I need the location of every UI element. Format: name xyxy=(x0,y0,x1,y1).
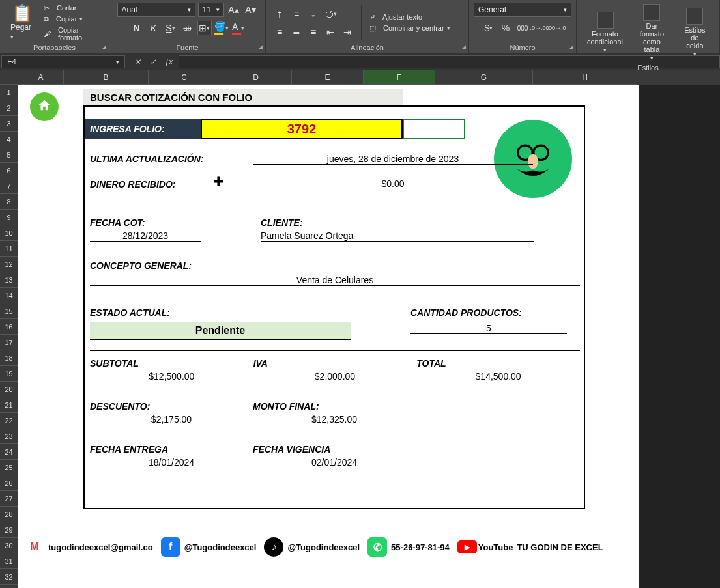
row-header[interactable]: 11 xyxy=(0,241,18,257)
font-size-select[interactable]: 11▾ xyxy=(198,3,224,17)
increase-font-icon[interactable]: A▴ xyxy=(227,3,241,17)
row-header[interactable]: 32 xyxy=(0,569,18,585)
row-header[interactable]: 5 xyxy=(0,147,18,163)
row-header[interactable]: 20 xyxy=(0,382,18,397)
row-header[interactable]: 9 xyxy=(0,210,18,225)
row-header[interactable]: 16 xyxy=(0,319,18,335)
col-header[interactable]: A xyxy=(18,70,64,85)
fx-icon[interactable]: ƒx xyxy=(163,57,175,66)
align-top-icon[interactable]: ⭱ xyxy=(272,7,287,21)
row-header[interactable]: 6 xyxy=(0,163,18,178)
social-footer: M tugodindeexcel@gmail.co f @Tugodindeex… xyxy=(25,527,637,567)
decrease-decimal-button[interactable]: .00→.0 xyxy=(549,21,564,35)
row-header[interactable]: 10 xyxy=(0,225,18,241)
row-header[interactable]: 18 xyxy=(0,350,18,366)
row-header[interactable]: 7 xyxy=(0,178,18,194)
row-header[interactable]: 24 xyxy=(0,444,18,460)
format-as-table-button[interactable]: Dar formato como tabla xyxy=(631,3,673,63)
final-amount-value: $12,325.00 xyxy=(253,414,416,425)
row-header[interactable]: 4 xyxy=(0,132,18,147)
align-right-icon[interactable]: ≡ xyxy=(306,25,321,39)
font-color-button[interactable]: A xyxy=(231,21,246,35)
row-header[interactable]: 14 xyxy=(0,288,18,303)
youtube-link[interactable]: ▶YouTube TU GODIN DE EXCEL xyxy=(457,540,603,553)
tiktok-link[interactable]: ♪ @Tugodindeexcel xyxy=(264,537,360,557)
align-center-icon[interactable]: ≣ xyxy=(289,25,304,39)
indent-dec-icon[interactable]: ⇤ xyxy=(323,25,338,39)
col-header[interactable]: G xyxy=(435,70,533,85)
enter-formula-icon[interactable]: ✓ xyxy=(147,57,159,66)
conditional-format-button[interactable]: Formato condicional xyxy=(583,10,627,55)
row-header[interactable]: 17 xyxy=(0,335,18,350)
col-header[interactable]: C xyxy=(149,70,220,85)
row-header[interactable]: 28 xyxy=(0,507,18,522)
active-cell-outline[interactable] xyxy=(403,119,465,139)
format-painter-button[interactable]: 🖌 Copiar formato xyxy=(42,26,102,42)
number-format-select[interactable]: General▾ xyxy=(474,3,571,17)
underline-button[interactable]: S xyxy=(164,21,178,35)
borders-button[interactable]: ⊞ xyxy=(197,21,212,35)
wrap-text-button[interactable]: ⤶ Ajustar texto xyxy=(368,13,452,21)
select-all-corner[interactable] xyxy=(0,70,18,85)
fill-color-button[interactable]: 🪣 xyxy=(214,21,229,35)
thousands-button[interactable]: 000 xyxy=(515,21,530,35)
row-header[interactable]: 23 xyxy=(0,428,18,444)
facebook-link[interactable]: f @Tugodindeexcel xyxy=(161,537,257,557)
cancel-formula-icon[interactable]: ✕ xyxy=(132,57,143,66)
row-header[interactable]: 8 xyxy=(0,194,18,210)
name-box[interactable]: F4▾ xyxy=(1,55,125,68)
sheet-canvas[interactable]: BUSCAR COTIZACIÓN CON FOLIO INGRESA FOLI… xyxy=(18,85,720,588)
col-header[interactable]: D xyxy=(220,70,292,85)
row-header[interactable]: 2 xyxy=(0,100,18,116)
indent-inc-icon[interactable]: ⇥ xyxy=(340,25,354,39)
whatsapp-link[interactable]: ✆ 55-26-97-81-94 xyxy=(367,537,450,557)
col-header[interactable]: B xyxy=(64,70,149,85)
row-header[interactable]: 31 xyxy=(0,553,18,569)
decrease-font-icon[interactable]: A▾ xyxy=(244,3,258,17)
col-header[interactable]: F xyxy=(364,70,435,85)
row-header[interactable]: 30 xyxy=(0,538,18,553)
italic-button[interactable]: K xyxy=(147,21,161,35)
folio-input[interactable]: 3792 xyxy=(201,119,403,139)
row-header[interactable]: 27 xyxy=(0,491,18,507)
merge-center-button[interactable]: ⬚ Combinar y centrar xyxy=(368,24,452,33)
align-left-icon[interactable]: ≡ xyxy=(272,25,287,39)
row-header[interactable]: 25 xyxy=(0,460,18,475)
cell-styles-button[interactable]: Estilos de celda xyxy=(677,7,713,59)
format-as-table-icon xyxy=(643,4,660,21)
align-middle-icon[interactable]: ≡ xyxy=(289,7,304,21)
orientation-icon[interactable]: ⭯ xyxy=(323,7,338,21)
copy-button[interactable]: ⧉ Copiar xyxy=(42,15,102,23)
col-header[interactable]: E xyxy=(292,70,364,85)
separator xyxy=(90,300,580,300)
paste-button[interactable]: 📋 Pegar xyxy=(7,3,38,42)
gmail-link[interactable]: M tugodindeexcel@gmail.co xyxy=(25,537,153,557)
home-button[interactable] xyxy=(30,92,59,121)
currency-button[interactable]: $ xyxy=(482,21,496,35)
row-header[interactable]: 3 xyxy=(0,116,18,132)
row-header[interactable]: 22 xyxy=(0,413,18,428)
percent-button[interactable]: % xyxy=(498,21,513,35)
dialog-launcher-icon[interactable]: ◢ xyxy=(461,44,466,50)
client-label: CLIENTE: xyxy=(261,217,534,228)
dialog-launcher-icon[interactable]: ◢ xyxy=(102,44,106,50)
align-bottom-icon[interactable]: ⭳ xyxy=(306,7,321,21)
row-header[interactable]: 21 xyxy=(0,397,18,413)
delivery-date-label: FECHA ENTREGA xyxy=(90,444,253,455)
dialog-launcher-icon[interactable]: ◢ xyxy=(569,44,573,50)
strike-button[interactable]: ab xyxy=(180,21,195,35)
row-header[interactable]: 19 xyxy=(0,366,18,382)
increase-decimal-button[interactable]: .0→.00 xyxy=(532,21,547,35)
row-header[interactable]: 29 xyxy=(0,522,18,538)
cut-button[interactable]: ✂ Cortar xyxy=(42,4,102,12)
row-header[interactable]: 13 xyxy=(0,272,18,288)
row-header[interactable]: 26 xyxy=(0,475,18,491)
row-header[interactable]: 15 xyxy=(0,303,18,319)
bold-button[interactable]: N xyxy=(130,21,144,35)
font-name-select[interactable]: Arial▾ xyxy=(117,3,195,17)
row-header[interactable]: 12 xyxy=(0,257,18,272)
dialog-launcher-icon[interactable]: ◢ xyxy=(258,44,263,50)
copy-label: Copiar xyxy=(56,15,77,23)
row-header[interactable]: 1 xyxy=(0,85,18,100)
col-header[interactable]: H xyxy=(533,70,637,85)
